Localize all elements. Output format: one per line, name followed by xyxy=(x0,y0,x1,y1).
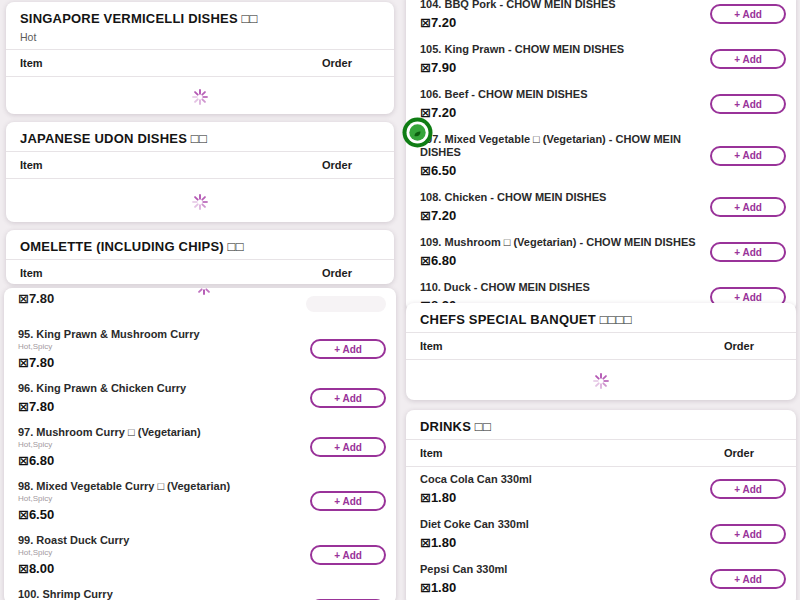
add-button[interactable]: + Add xyxy=(710,49,786,69)
item-price: ⊠6.80 xyxy=(18,453,201,468)
item-column-header: Item xyxy=(20,57,43,69)
menu-item-row: 97. Mushroom Curry □ (Vegetarian) Hot,Sp… xyxy=(4,420,396,474)
item-info: 100. Shrimp Curry Hot,Spicy ⊠7.80 xyxy=(18,588,113,600)
item-info: 108. Chicken - CHOW MEIN DISHES ⊠7.20 xyxy=(420,191,606,223)
item-tags: Hot,Spicy xyxy=(18,441,201,449)
item-name: 100. Shrimp Curry xyxy=(18,588,113,600)
menu-item-row: 95. King Prawn & Mushroom Curry Hot,Spic… xyxy=(4,322,396,376)
item-column-header: Item xyxy=(20,159,43,171)
loading-skeleton-button xyxy=(306,296,386,312)
item-name: 98. Mixed Vegetable Curry □ (Vegetarian) xyxy=(18,480,230,493)
loading-area xyxy=(6,179,394,222)
item-info: Coca Cola Can 330ml ⊠1.80 xyxy=(420,473,532,505)
item-price: ⊠6.80 xyxy=(420,253,696,268)
menu-item-row: 106. Beef - CHOW MEIN DISHES ⊠7.20 + Add xyxy=(406,82,796,127)
item-price: ⊠6.50 xyxy=(420,163,710,178)
section-card-drinks: DRINKS □□ Item Order Coca Cola Can 330ml… xyxy=(406,410,796,600)
menu-item-row: 104. BBQ Pork - CHOW MEIN DISHES ⊠7.20 +… xyxy=(406,0,796,37)
loading-spinner-icon xyxy=(192,194,208,210)
section-card-japanese-udon: JAPANESE UDON DISHES □□ Item Order xyxy=(6,122,394,222)
section-card-chefs-banquet: CHEFS SPECIAL BANQUET □□□□ Item Order xyxy=(406,303,796,400)
item-column-header: Item xyxy=(420,340,443,352)
clipped-spinner xyxy=(196,288,212,295)
order-column-header: Order xyxy=(724,340,782,352)
menu-item-row: 96. King Prawn & Chicken Curry ⊠7.80 + A… xyxy=(4,376,396,420)
order-column-header: Order xyxy=(322,267,380,279)
item-price: ⊠7.20 xyxy=(420,105,587,120)
menu-item-row: 98. Mixed Vegetable Curry □ (Vegetarian)… xyxy=(4,474,396,528)
add-button[interactable]: + Add xyxy=(310,491,386,511)
item-column-header: Item xyxy=(20,267,43,279)
add-button[interactable]: + Add xyxy=(710,242,786,262)
item-price: ⊠7.80 xyxy=(18,399,186,414)
add-button[interactable]: + Add xyxy=(710,4,786,24)
table-header: Item Order xyxy=(6,259,394,284)
add-button[interactable]: + Add xyxy=(710,524,786,544)
menu-page: { "labels": { "item": "Item", "order": "… xyxy=(0,0,800,600)
section-title: CHEFS SPECIAL BANQUET □□□□ xyxy=(406,303,796,332)
item-info: 99. Roast Duck Curry Hot,Spicy ⊠8.00 xyxy=(18,534,129,576)
item-info: 107. Mixed Vegetable □ (Vegetarian) - CH… xyxy=(420,133,710,178)
table-header: Item Order xyxy=(406,332,796,360)
order-column-header: Order xyxy=(322,159,380,171)
item-price: ⊠6.50 xyxy=(18,507,230,522)
add-button[interactable]: + Add xyxy=(310,339,386,359)
section-title: DRINKS □□ xyxy=(406,410,796,439)
order-column-header: Order xyxy=(322,57,380,69)
item-price: ⊠7.20 xyxy=(420,15,616,30)
item-name: Diet Coke Can 330ml xyxy=(420,518,529,531)
menu-item-row: 105. King Prawn - CHOW MEIN DISHES ⊠7.90… xyxy=(406,37,796,82)
menu-item-row: 109. Mushroom □ (Vegetarian) - CHOW MEIN… xyxy=(406,230,796,275)
menu-item-row: 108. Chicken - CHOW MEIN DISHES ⊠7.20 + … xyxy=(406,185,796,230)
menu-item-row: 100. Shrimp Curry Hot,Spicy ⊠7.80 + Add xyxy=(4,582,396,600)
loading-spinner-icon xyxy=(593,373,609,389)
item-name: 106. Beef - CHOW MEIN DISHES xyxy=(420,88,587,101)
item-tags: Hot,Spicy xyxy=(18,495,230,503)
item-name: 96. King Prawn & Chicken Curry xyxy=(18,382,186,395)
add-button[interactable]: + Add xyxy=(710,479,786,499)
item-price: ⊠1.80 xyxy=(420,535,529,550)
item-tags: Hot,Spicy xyxy=(18,549,129,557)
item-info: 98. Mixed Vegetable Curry □ (Vegetarian)… xyxy=(18,480,230,522)
add-button[interactable]: + Add xyxy=(710,569,786,589)
chat-badge-icon xyxy=(402,117,433,148)
item-info: 105. King Prawn - CHOW MEIN DISHES ⊠7.90 xyxy=(420,43,624,75)
add-button[interactable]: + Add xyxy=(310,388,386,408)
add-button[interactable]: + Add xyxy=(710,146,786,166)
section-title: JAPANESE UDON DISHES □□ xyxy=(6,122,394,151)
item-name: 105. King Prawn - CHOW MEIN DISHES xyxy=(420,43,624,56)
add-button[interactable]: + Add xyxy=(710,197,786,217)
item-price: ⊠1.80 xyxy=(420,580,507,595)
partial-loading-row: ⊠7.80 xyxy=(4,288,396,322)
item-info: Diet Coke Can 330ml ⊠1.80 xyxy=(420,518,529,550)
item-info: 95. King Prawn & Mushroom Curry Hot,Spic… xyxy=(18,328,200,370)
section-card-singapore-vermicelli: SINGAPORE VERMICELLI DISHES □□ Hot Item … xyxy=(6,2,394,114)
item-name: Pepsi Can 330ml xyxy=(420,563,507,576)
item-name: 107. Mixed Vegetable □ (Vegetarian) - CH… xyxy=(420,133,710,159)
item-info: 104. BBQ Pork - CHOW MEIN DISHES ⊠7.20 xyxy=(420,0,616,30)
add-button[interactable]: + Add xyxy=(710,94,786,114)
item-tags: Hot,Spicy xyxy=(18,343,200,351)
menu-item-row: Diet Coke Can 330ml ⊠1.80 + Add xyxy=(406,512,796,557)
menu-item-row: 107. Mixed Vegetable □ (Vegetarian) - CH… xyxy=(406,127,796,185)
menu-item-row: Pepsi Can 330ml ⊠1.80 + Add xyxy=(406,557,796,600)
menu-item-row: Coca Cola Can 330ml ⊠1.80 + Add xyxy=(406,467,796,512)
item-name: 109. Mushroom □ (Vegetarian) - CHOW MEIN… xyxy=(420,236,696,249)
section-card-curry-items: ⊠7.80 95. King Prawn & Mushroom Curry Ho… xyxy=(4,288,396,600)
menu-item-row: 99. Roast Duck Curry Hot,Spicy ⊠8.00 + A… xyxy=(4,528,396,582)
item-price: ⊠7.90 xyxy=(420,60,624,75)
add-button[interactable]: + Add xyxy=(310,437,386,457)
table-header: Item Order xyxy=(6,151,394,179)
item-info: 109. Mushroom □ (Vegetarian) - CHOW MEIN… xyxy=(420,236,696,268)
item-name: 97. Mushroom Curry □ (Vegetarian) xyxy=(18,426,201,439)
floating-chat-badge[interactable] xyxy=(402,117,433,148)
loading-area xyxy=(6,77,394,114)
item-price: ⊠1.80 xyxy=(420,490,532,505)
loading-spinner-icon xyxy=(196,288,212,295)
item-name: 99. Roast Duck Curry xyxy=(18,534,129,547)
item-name: 104. BBQ Pork - CHOW MEIN DISHES xyxy=(420,0,616,11)
loading-spinner-icon xyxy=(192,89,208,105)
add-button[interactable]: + Add xyxy=(310,545,386,565)
item-price: ⊠8.00 xyxy=(18,561,129,576)
item-price: ⊠7.80 xyxy=(18,355,200,370)
